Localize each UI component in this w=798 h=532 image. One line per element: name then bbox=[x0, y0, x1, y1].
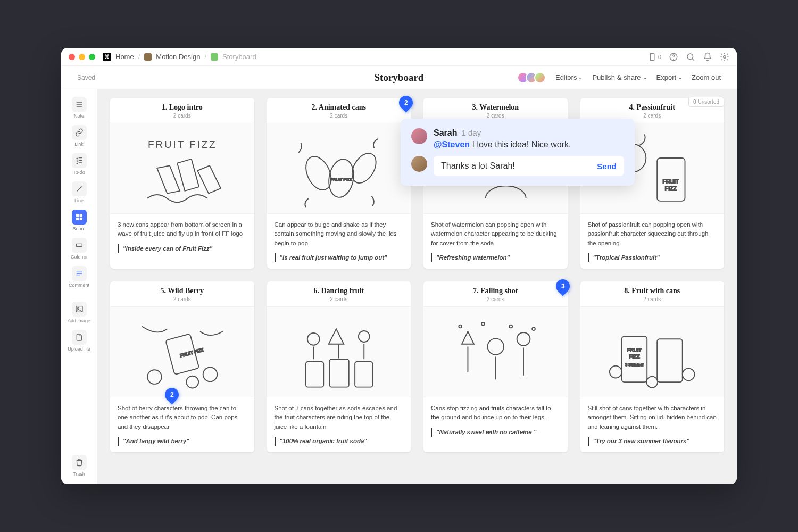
svg-rect-7 bbox=[76, 218, 79, 220]
tool-todo[interactable]: To-do bbox=[65, 151, 93, 177]
board-canvas[interactable]: 0 Unsorted 1. Logo intro2 cardsFRUIT FIZ… bbox=[97, 89, 737, 484]
storyboard-card[interactable]: 22. Animated cans2 cardsFRUIT FIZZCan ap… bbox=[267, 98, 411, 269]
card-description: Shot of 3 cans together as soda escapes … bbox=[275, 404, 404, 431]
tool-link[interactable]: Link bbox=[65, 123, 93, 149]
card-subtitle: 2 cards bbox=[114, 296, 250, 302]
card-subtitle: 2 cards bbox=[428, 113, 563, 119]
folder-icon bbox=[211, 53, 218, 61]
card-quote: "Try our 3 new summer flavours" bbox=[588, 437, 717, 446]
svg-point-36 bbox=[509, 325, 512, 328]
card-body: Shot of watermelon can popping open with… bbox=[423, 214, 568, 269]
storyboard-card[interactable]: 6. Dancing fruit2 cardsShot of 3 cans to… bbox=[267, 281, 411, 452]
card-sketch: FRUITFIZZ3 Summer bbox=[580, 307, 725, 397]
comment-popup: Sarah 1 day @Steven I love this idea! Ni… bbox=[401, 119, 635, 186]
card-body: Shot of berry characters throwing the ca… bbox=[110, 397, 254, 452]
card-sketch: FRUIT FIZZ bbox=[110, 123, 254, 214]
svg-text:3 Summer: 3 Summer bbox=[625, 362, 644, 367]
card-subtitle: 2 cards bbox=[585, 296, 720, 302]
tool-trash[interactable]: Trash bbox=[65, 453, 93, 479]
document-header: Saved Storyboard Editors⌄ Publish & shar… bbox=[61, 66, 737, 89]
close-window-icon[interactable] bbox=[69, 54, 75, 60]
gear-icon[interactable] bbox=[720, 52, 729, 62]
storyboard-card[interactable]: 1. Logo intro2 cardsFRUIT FIZZ3 new cans… bbox=[110, 98, 254, 269]
card-quote: "Inside every can of Fruit Fizz" bbox=[118, 244, 247, 253]
card-subtitle: 2 cards bbox=[428, 296, 563, 302]
send-button[interactable]: Send bbox=[597, 162, 617, 171]
card-description: Shot of passionfruit can popping open wi… bbox=[588, 220, 717, 248]
app-window: ⌘ Home / Motion Design / Storyboard 0 Sa… bbox=[61, 48, 737, 484]
tool-line[interactable]: Line bbox=[65, 179, 93, 205]
svg-point-30 bbox=[307, 333, 320, 345]
svg-point-44 bbox=[646, 377, 658, 388]
svg-point-24 bbox=[147, 370, 162, 385]
avatar bbox=[411, 156, 427, 172]
unsorted-badge[interactable]: 0 Unsorted bbox=[688, 97, 724, 107]
titlebar: ⌘ Home / Motion Design / Storyboard 0 bbox=[61, 48, 737, 66]
tool-add-image[interactable]: Add image bbox=[65, 300, 93, 326]
svg-point-37 bbox=[532, 328, 535, 331]
maximize-window-icon[interactable] bbox=[89, 54, 95, 60]
card-sketch: FRUIT FIZZ bbox=[267, 123, 411, 214]
svg-point-45 bbox=[683, 369, 695, 381]
app-logo-icon[interactable]: ⌘ bbox=[103, 53, 111, 61]
zoom-out-button[interactable]: Zoom out bbox=[692, 73, 721, 81]
card-body: Shot of 3 cans together as soda escapes … bbox=[267, 397, 411, 452]
collaborator-avatars[interactable] bbox=[520, 72, 546, 84]
tool-comment[interactable]: Comment bbox=[65, 264, 93, 290]
tool-note[interactable]: Note bbox=[65, 95, 93, 121]
svg-rect-39 bbox=[657, 339, 683, 383]
svg-text:FIZZ: FIZZ bbox=[629, 354, 639, 360]
document-actions: Editors⌄ Publish & share⌄ Export⌄ Zoom o… bbox=[520, 72, 721, 84]
card-body: 3 new cans appear from bottom of screen … bbox=[110, 214, 254, 260]
search-icon[interactable] bbox=[686, 52, 695, 62]
svg-rect-27 bbox=[306, 362, 323, 388]
card-title: 6. Dancing fruit bbox=[271, 287, 407, 295]
card-header: 2. Animated cans2 cards bbox=[267, 98, 411, 123]
titlebar-actions: 0 bbox=[647, 52, 729, 62]
breadcrumb-motion-design[interactable]: Motion Design bbox=[156, 53, 200, 61]
card-title: 5. Wild Berry bbox=[114, 287, 250, 295]
svg-point-32 bbox=[487, 339, 503, 355]
card-quote: "Refreshing watermelon" bbox=[431, 253, 560, 262]
svg-rect-8 bbox=[79, 218, 82, 220]
card-header: 8. Fruit with cans2 cards bbox=[580, 281, 725, 307]
card-description: Shot of watermelon can popping open with… bbox=[431, 220, 560, 248]
help-icon[interactable] bbox=[669, 52, 678, 62]
svg-point-35 bbox=[481, 322, 485, 326]
card-header: 7. Falling shot2 cards bbox=[423, 281, 568, 307]
editors-dropdown[interactable]: Editors⌄ bbox=[555, 73, 583, 81]
breadcrumb: ⌘ Home / Motion Design / Storyboard bbox=[103, 53, 256, 61]
card-sketch bbox=[423, 307, 568, 397]
export-dropdown[interactable]: Export⌄ bbox=[656, 73, 683, 81]
device-preview-icon[interactable]: 0 bbox=[647, 52, 661, 62]
minimize-window-icon[interactable] bbox=[79, 54, 85, 60]
tool-column[interactable]: Column bbox=[65, 236, 93, 262]
card-header: 6. Dancing fruit2 cards bbox=[267, 281, 411, 307]
svg-point-4 bbox=[724, 55, 726, 58]
folder-icon bbox=[144, 53, 152, 61]
card-title: 3. Watermelon bbox=[428, 103, 563, 112]
main-area: Note Link To-do Line Board Column Commen… bbox=[61, 89, 737, 484]
card-header: 1. Logo intro2 cards bbox=[110, 98, 254, 123]
publish-dropdown[interactable]: Publish & share⌄ bbox=[592, 73, 646, 81]
svg-text:FRUIT FIZZ: FRUIT FIZZ bbox=[330, 177, 352, 182]
page-title[interactable]: Storyboard bbox=[375, 72, 424, 84]
card-title: 2. Animated cans bbox=[271, 103, 407, 112]
save-status: Saved bbox=[77, 74, 95, 81]
storyboard-card[interactable]: 25. Wild Berry2 cardsFRUIT FIZZShot of b… bbox=[110, 281, 254, 452]
user-mention[interactable]: @Steven bbox=[434, 140, 470, 149]
bell-icon[interactable] bbox=[703, 52, 712, 62]
card-quote: "And tangy wild berry" bbox=[118, 437, 247, 446]
comment-timestamp: 1 day bbox=[461, 128, 481, 137]
svg-text:FRUIT: FRUIT bbox=[627, 347, 642, 353]
breadcrumb-home[interactable]: Home bbox=[115, 53, 134, 61]
storyboard-card[interactable]: 37. Falling shot2 cardsCans stop fizzing… bbox=[423, 281, 568, 452]
tool-board[interactable]: Board bbox=[65, 207, 93, 234]
svg-point-13 bbox=[301, 153, 336, 194]
svg-text:FRUIT FIZZ: FRUIT FIZZ bbox=[148, 139, 217, 150]
reply-input[interactable]: Thanks a lot Sarah! Send bbox=[434, 156, 624, 176]
card-body: Can appear to bulge and shake as if they… bbox=[267, 214, 411, 269]
tool-upload-file[interactable]: Upload file bbox=[65, 328, 93, 354]
breadcrumb-current: Storyboard bbox=[222, 53, 256, 61]
storyboard-card[interactable]: 8. Fruit with cans2 cardsFRUITFIZZ3 Summ… bbox=[580, 281, 725, 452]
